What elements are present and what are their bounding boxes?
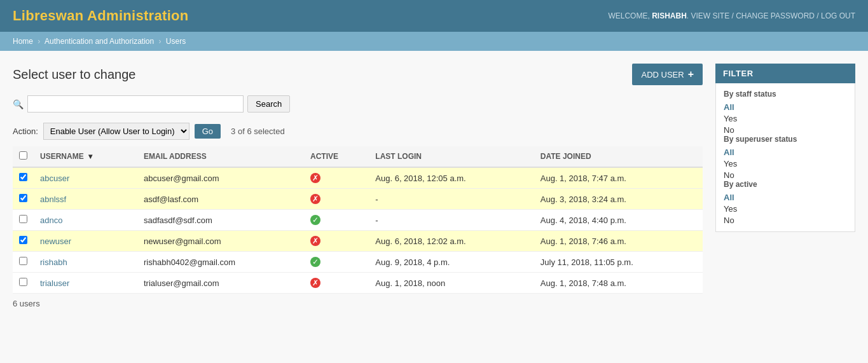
row-checkbox[interactable] <box>19 278 27 286</box>
action-row: Action: Enable User (Allow User to Login… <box>13 123 703 140</box>
breadcrumb-sep-1: › <box>38 37 40 46</box>
email-cell: trialuser@gmail.com <box>137 273 304 294</box>
breadcrumb-sep-2: › <box>159 37 162 46</box>
inactive-icon: ✗ <box>310 278 320 288</box>
user-tools: WELCOME, RISHABH. VIEW SITE / CHANGE PAS… <box>608 11 855 20</box>
username-link[interactable]: rishabh <box>40 257 67 267</box>
filter-staff-status: By staff status All Yes No <box>724 90 847 135</box>
row-checkbox[interactable] <box>19 257 27 265</box>
filter-staff-all[interactable]: All <box>724 102 847 112</box>
email-cell: rishabh0402@gmail.com <box>137 252 304 273</box>
breadcrumb-home[interactable]: Home <box>13 37 33 46</box>
filter-superuser-title: By superuser status <box>724 135 847 144</box>
filter-superuser-all[interactable]: All <box>724 147 847 157</box>
date-joined-cell: Aug. 1, 2018, 7:48 a.m. <box>534 273 703 294</box>
page-title-row: Select user to change ADD USER + <box>13 64 703 85</box>
username-link[interactable]: newuser <box>40 236 71 246</box>
filter-active-title: By active <box>724 180 847 189</box>
username-link[interactable]: abcuser <box>40 174 69 183</box>
row-checkbox[interactable] <box>19 236 27 244</box>
header: Libreswan Administration WELCOME, RISHAB… <box>0 0 868 32</box>
add-user-button[interactable]: ADD USER + <box>632 64 703 85</box>
breadcrumb: Home › Authentication and Authorization … <box>0 32 868 51</box>
welcome-prefix: WELCOME, <box>608 11 649 20</box>
filter-staff-links: All Yes No <box>724 102 847 135</box>
log-out-link[interactable]: LOG OUT <box>821 11 855 20</box>
filter-active-all[interactable]: All <box>724 193 847 202</box>
col-date-joined: DATE JOINED <box>534 146 703 167</box>
go-button[interactable]: Go <box>195 124 221 139</box>
selected-count: 3 of 6 selected <box>231 127 285 136</box>
email-cell: sadfasdf@sdf.com <box>137 210 304 231</box>
select-all-header <box>13 146 34 167</box>
row-checkbox[interactable] <box>19 215 27 223</box>
filter-superuser-links: All Yes No <box>724 147 847 180</box>
date-joined-cell: July 11, 2018, 11:05 p.m. <box>534 252 703 273</box>
search-button[interactable]: Search <box>247 95 290 113</box>
filter-staff-yes[interactable]: Yes <box>724 114 847 123</box>
action-select[interactable]: Enable User (Allow User to Login) Disabl… <box>43 123 189 140</box>
filter-staff-no[interactable]: No <box>724 125 847 135</box>
last-login-cell: Aug. 9, 2018, 4 p.m. <box>369 252 534 273</box>
table-row: trialusertrialuser@gmail.com✗Aug. 1, 201… <box>13 273 703 294</box>
search-icon: 🔍 <box>13 99 24 109</box>
email-cell: newuser@gmail.com <box>137 231 304 252</box>
filter-active: By active All Yes No <box>724 180 847 225</box>
username-link[interactable]: adnco <box>40 216 62 225</box>
filter-superuser-status: By superuser status All Yes No <box>724 135 847 180</box>
col-email: EMAIL ADDRESS <box>137 146 304 167</box>
site-title: Libreswan Administration <box>13 8 189 24</box>
table-row: newusernewuser@gmail.com✗Aug. 6, 2018, 1… <box>13 231 703 252</box>
table-body: abcuserabcuser@gmail.com✗Aug. 6, 2018, 1… <box>13 167 703 294</box>
last-login-cell: - <box>369 210 534 231</box>
logged-in-user: RISHABH <box>652 11 687 20</box>
plus-icon: + <box>688 69 694 80</box>
last-login-cell: Aug. 6, 2018, 12:05 a.m. <box>369 167 534 189</box>
date-joined-cell: Aug. 4, 2018, 4:40 p.m. <box>534 210 703 231</box>
active-icon: ✓ <box>310 257 320 267</box>
email-cell: asdf@lasf.com <box>137 189 304 210</box>
table-footer: 6 users <box>13 294 703 313</box>
filter-staff-title: By staff status <box>724 90 847 99</box>
action-label: Action: <box>13 127 38 136</box>
col-active: ACTIVE <box>304 146 369 167</box>
main-panel: Select user to change ADD USER + 🔍 Searc… <box>13 64 703 313</box>
table-row: rishabhrishabh0402@gmail.com✓Aug. 9, 201… <box>13 252 703 273</box>
row-checkbox[interactable] <box>19 173 27 181</box>
inactive-icon: ✗ <box>310 173 320 183</box>
username-link[interactable]: trialuser <box>40 278 69 288</box>
last-login-cell: Aug. 1, 2018, noon <box>369 273 534 294</box>
filter-section: By staff status All Yes No By superuser … <box>715 83 855 232</box>
select-all-checkbox[interactable] <box>19 151 27 160</box>
date-joined-cell: Aug. 1, 2018, 7:46 a.m. <box>534 231 703 252</box>
filter-superuser-yes[interactable]: Yes <box>724 159 847 168</box>
filter-active-yes[interactable]: Yes <box>724 204 847 214</box>
content: Select user to change ADD USER + 🔍 Searc… <box>0 51 868 326</box>
last-login-cell: - <box>369 189 534 210</box>
filter-superuser-no[interactable]: No <box>724 170 847 180</box>
search-input[interactable] <box>27 95 244 113</box>
user-table: USERNAME ▾ EMAIL ADDRESS ACTIVE LAST LOG… <box>13 146 703 294</box>
view-site-link[interactable]: VIEW SITE <box>691 11 729 20</box>
filter-header: FILTER <box>715 64 855 83</box>
table-row: abcuserabcuser@gmail.com✗Aug. 6, 2018, 1… <box>13 167 703 189</box>
sidebar: FILTER By staff status All Yes No By sup… <box>715 64 855 313</box>
col-last-login: LAST LOGIN <box>369 146 534 167</box>
date-joined-cell: Aug. 3, 2018, 3:24 a.m. <box>534 189 703 210</box>
username-link[interactable]: abnlssf <box>40 195 66 204</box>
change-password-link[interactable]: CHANGE PASSWORD <box>736 11 815 20</box>
search-row: 🔍 Search <box>13 95 703 113</box>
inactive-icon: ✗ <box>310 194 320 204</box>
filter-active-no[interactable]: No <box>724 216 847 225</box>
breadcrumb-section[interactable]: Authentication and Authorization <box>45 37 154 46</box>
add-user-label: ADD USER <box>641 70 684 79</box>
table-header-row: USERNAME ▾ EMAIL ADDRESS ACTIVE LAST LOG… <box>13 146 703 167</box>
last-login-cell: Aug. 6, 2018, 12:02 a.m. <box>369 231 534 252</box>
col-username[interactable]: USERNAME ▾ <box>34 146 137 167</box>
active-icon: ✓ <box>310 215 320 225</box>
table-row: abnlssfasdf@lasf.com✗-Aug. 3, 2018, 3:24… <box>13 189 703 210</box>
row-checkbox[interactable] <box>19 194 27 202</box>
date-joined-cell: Aug. 1, 2018, 7:47 a.m. <box>534 167 703 189</box>
filter-active-links: All Yes No <box>724 193 847 225</box>
sort-arrow-icon: ▾ <box>88 152 92 161</box>
